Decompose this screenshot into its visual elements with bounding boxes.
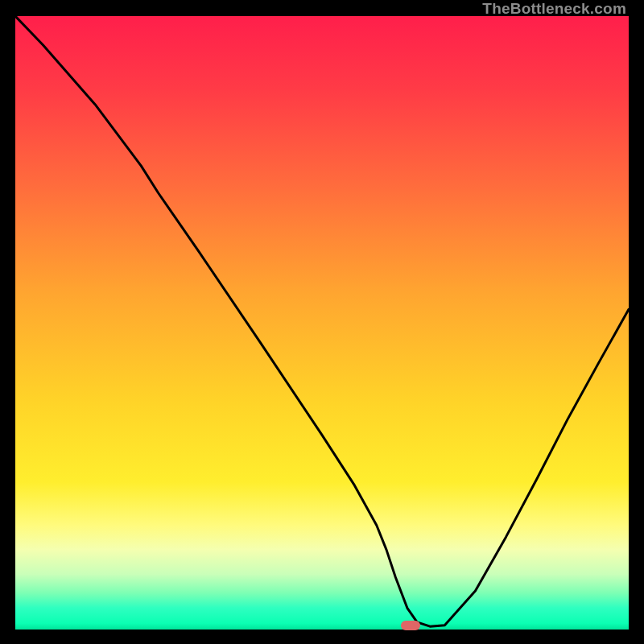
optimal-marker	[401, 621, 420, 630]
watermark-text: TheBottleneck.com	[482, 0, 626, 18]
plot-gradient-background	[15, 16, 629, 630]
chart-frame: TheBottleneck.com	[0, 0, 644, 644]
